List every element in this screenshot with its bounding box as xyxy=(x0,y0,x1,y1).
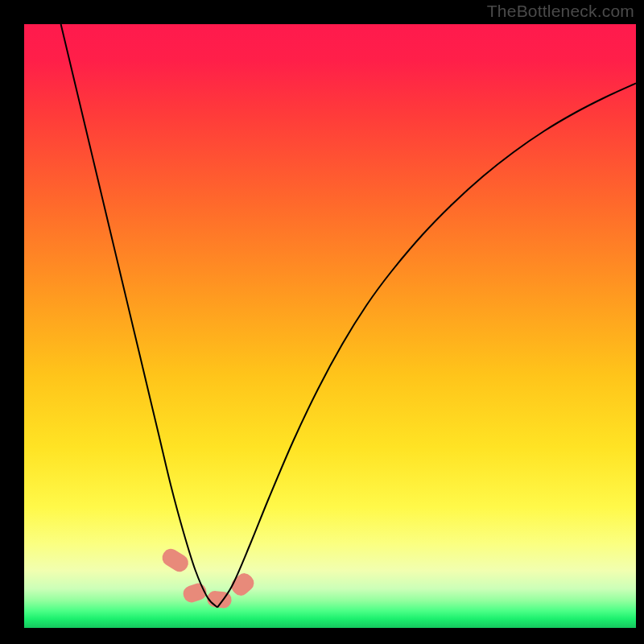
watermark-text: TheBottleneck.com xyxy=(487,2,634,21)
gradient-background xyxy=(24,24,636,628)
plot-area xyxy=(24,24,636,628)
chart-frame: TheBottleneck.com xyxy=(0,0,644,644)
chart-svg xyxy=(24,24,636,628)
